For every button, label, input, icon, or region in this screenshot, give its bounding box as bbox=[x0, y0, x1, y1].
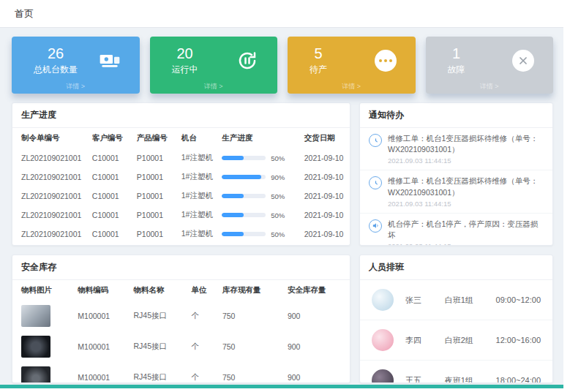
staff-name: 李四 bbox=[405, 335, 445, 346]
staff-shift: 夜班1组 bbox=[445, 375, 496, 384]
safety-inventory-panel: 安全库存 物料图片 物料编码 物料名称 单位 库存现有量 安全库存量 bbox=[12, 255, 350, 383]
staff-time: 18:00~24:00 bbox=[496, 376, 541, 383]
notices-panel-title: 通知待办 bbox=[360, 103, 552, 128]
progress-bar bbox=[222, 232, 266, 236]
table-row: M100001 RJ45接口 个 750 900 bbox=[12, 362, 350, 383]
material-image bbox=[21, 336, 50, 358]
fault-label: 故障 bbox=[448, 64, 465, 76]
speaker-icon bbox=[369, 219, 382, 233]
list-item: 王五 夜班1组 18:00~24:00 bbox=[360, 361, 552, 383]
col-order-no: 制令单编号 bbox=[12, 128, 89, 148]
table-row: ZL202109021001 C10001 P10001 1#注塑机 50% 2… bbox=[12, 148, 350, 167]
staff-panel-title: 人员排班 bbox=[360, 255, 552, 280]
staff-shift: 白班1组 bbox=[445, 295, 496, 306]
material-image bbox=[21, 305, 50, 327]
col-safety-qty: 安全库存量 bbox=[285, 280, 350, 301]
staff-time: 12:00~16:00 bbox=[496, 336, 541, 344]
list-item: 张三 白班1组 09:00~12:00 bbox=[360, 280, 552, 320]
stat-card-total-machines[interactable]: 26 总机台数量 详情 > bbox=[12, 37, 140, 94]
production-table: 制令单编号 客户编号 产品编号 机台 生产进度 交货日期 ZL202109021… bbox=[12, 128, 350, 244]
running-detail-link[interactable]: 详情 > bbox=[150, 82, 278, 91]
ellipsis-icon bbox=[373, 48, 398, 73]
list-item: 李四 白班2组 12:00~16:00 bbox=[360, 320, 552, 361]
clock-icon bbox=[369, 134, 382, 147]
production-header-row: 制令单编号 客户编号 产品编号 机台 生产进度 交货日期 bbox=[12, 128, 350, 148]
notice-item[interactable]: 维修工单：机台1变压器损坏待维修（单号：WX202109031001） 2021… bbox=[360, 170, 552, 213]
notice-timestamp: 2021.09.03 11:44:15 bbox=[388, 157, 544, 165]
notice-item[interactable]: 维修工单：机台1变压器损坏待维修（单号：WX202109031001） 2021… bbox=[360, 128, 552, 170]
staff-name: 王五 bbox=[405, 375, 445, 384]
stat-cards-row: 26 总机台数量 详情 > bbox=[12, 37, 553, 94]
inventory-header-row: 物料图片 物料编码 物料名称 单位 库存现有量 安全库存量 bbox=[12, 280, 350, 301]
avatar bbox=[372, 369, 394, 383]
col-stock-qty: 库存现有量 bbox=[220, 280, 285, 301]
dashboard-page: 首页 26 总机台数量 bbox=[0, 0, 563, 388]
stat-card-waiting[interactable]: 5 待产 详情 > bbox=[288, 37, 416, 94]
staff-name: 张三 bbox=[405, 295, 445, 306]
stat-card-fault[interactable]: 1 故障 详情 > bbox=[426, 37, 554, 94]
col-date: 交货日期 bbox=[301, 128, 350, 148]
col-material-code: 物料编码 bbox=[75, 280, 130, 301]
notice-timestamp: 2021.09.03 11:44:15 bbox=[388, 200, 544, 208]
running-value: 20 bbox=[172, 45, 198, 61]
staff-time: 09:00~12:00 bbox=[496, 295, 541, 304]
tab-home[interactable]: 首页 bbox=[15, 7, 34, 20]
table-row: ZL202109021001 C10001 P10001 1#注塑机 50% 2… bbox=[12, 225, 350, 244]
inventory-table: 物料图片 物料编码 物料名称 单位 库存现有量 安全库存量 M100001 R bbox=[12, 280, 350, 383]
staff-schedule-panel: 人员排班 张三 白班1组 09:00~12:00 李四 白班2组 12:00~1… bbox=[359, 255, 553, 383]
progress-bar bbox=[222, 194, 266, 198]
waiting-detail-link[interactable]: 详情 > bbox=[288, 82, 416, 91]
production-progress-panel: 生产进度 制令单编号 客户编号 产品编号 机台 生产进度 交货日期 bbox=[12, 102, 350, 246]
inventory-panel-title: 安全库存 bbox=[12, 255, 350, 280]
waiting-label: 待产 bbox=[310, 64, 327, 76]
progress-bar bbox=[222, 156, 266, 160]
total-machines-label: 总机台数量 bbox=[34, 64, 78, 76]
table-row: M100001 RJ45接口 个 750 900 bbox=[12, 301, 350, 331]
table-row: ZL202109021001 C10001 P10001 1#注塑机 50% 2… bbox=[12, 206, 350, 225]
col-material-name: 物料名称 bbox=[131, 280, 189, 301]
col-progress: 生产进度 bbox=[219, 128, 301, 148]
table-row: M100001 RJ45接口 个 750 900 bbox=[12, 331, 350, 362]
panels-grid: 生产进度 制令单编号 客户编号 产品编号 机台 生产进度 交货日期 bbox=[12, 102, 553, 383]
stat-card-running[interactable]: 20 运行中 详情 > bbox=[150, 37, 278, 94]
avatar bbox=[372, 329, 394, 351]
table-row: ZL202109021001 C10001 P10001 1#注塑机 50% 2… bbox=[12, 186, 350, 206]
running-cycle-icon bbox=[235, 48, 260, 73]
col-customer: 客户编号 bbox=[89, 128, 134, 148]
col-unit: 单位 bbox=[188, 280, 220, 301]
staff-shift: 白班2组 bbox=[445, 335, 496, 346]
tools-icon bbox=[511, 48, 536, 73]
notice-timestamp: 2021.09.03 11:44:15 bbox=[388, 242, 544, 246]
col-product: 产品编号 bbox=[134, 128, 179, 148]
progress-bar bbox=[222, 213, 266, 217]
top-tab-bar: 首页 bbox=[0, 0, 563, 28]
footer-strip bbox=[0, 385, 563, 388]
running-label: 运行中 bbox=[172, 64, 198, 76]
avatar bbox=[372, 289, 394, 311]
material-image bbox=[21, 366, 50, 383]
total-machines-value: 26 bbox=[34, 45, 78, 61]
main-content: 26 总机台数量 详情 > bbox=[0, 28, 563, 383]
notice-item[interactable]: 机台停产：机台1停产，停产原因：变压器损坏 2021.09.03 11:44:1… bbox=[360, 214, 552, 246]
table-row: ZL202109021001 C10001 P10001 1#注塑机 90% 2… bbox=[12, 167, 350, 186]
fault-value: 1 bbox=[448, 45, 465, 61]
col-material-image: 物料图片 bbox=[12, 280, 75, 301]
notices-panel: 通知待办 维修工单：机台1变压器损坏待维修（单号：WX202109031001）… bbox=[359, 102, 553, 246]
progress-bar bbox=[222, 175, 266, 179]
total-machines-detail-link[interactable]: 详情 > bbox=[12, 82, 140, 91]
clock-icon bbox=[369, 176, 382, 189]
waiting-value: 5 bbox=[310, 45, 327, 61]
col-machine: 机台 bbox=[179, 128, 219, 148]
fault-detail-link[interactable]: 详情 > bbox=[426, 82, 554, 91]
production-panel-title: 生产进度 bbox=[12, 103, 350, 128]
machine-icon bbox=[97, 48, 122, 73]
